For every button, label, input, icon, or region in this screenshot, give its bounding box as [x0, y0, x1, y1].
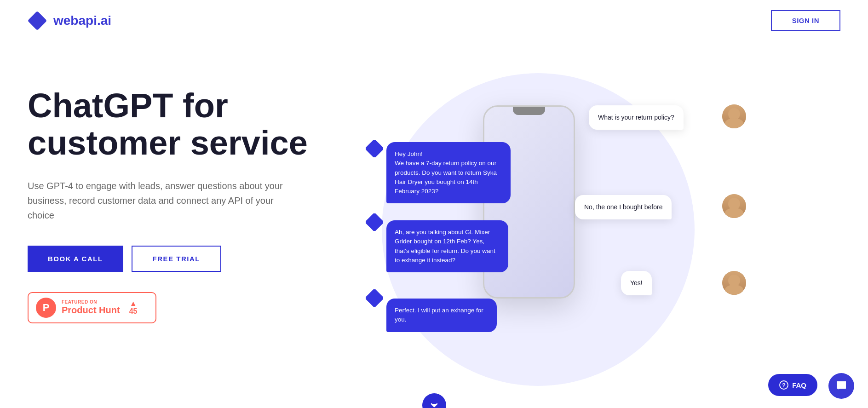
ph-featured-on: FEATURED ON	[62, 299, 120, 305]
diamond-icon-2	[366, 213, 383, 231]
faq-label: FAQ	[792, 381, 806, 389]
buttons-row: BOOK A CALL FREE TRIAL	[28, 246, 350, 272]
svg-text:?: ?	[782, 382, 786, 389]
chevron-down-icon	[429, 400, 439, 408]
chat-bubble-user-2: No, the one I bought before	[575, 195, 672, 219]
chat-bubble-user-3: Yes!	[621, 271, 652, 295]
user-avatar-3	[722, 271, 746, 295]
svg-rect-1	[366, 140, 383, 157]
svg-rect-0	[28, 11, 47, 30]
chat-widget-button[interactable]	[828, 373, 854, 399]
chat-widget-icon	[835, 379, 848, 392]
left-side: ChatGPT for customer service Use GPT-4 t…	[28, 69, 350, 323]
diamond-icon-3	[366, 289, 383, 307]
ph-upvote-arrow: ▲	[130, 300, 137, 307]
user-avatar-1	[722, 104, 746, 128]
product-hunt-badge[interactable]: P FEATURED ON Product Hunt ▲ 45	[28, 292, 156, 323]
svg-rect-3	[366, 289, 383, 307]
user-avatar-2	[722, 194, 746, 218]
chat-bubble-bot-1: Hey John!We have a 7-day return policy o…	[386, 142, 511, 203]
question-icon: ?	[779, 380, 788, 390]
hero-subtitle: Use GPT-4 to engage with leads, answer q…	[28, 178, 290, 223]
logo-area: webapi.ai	[28, 11, 111, 30]
chat-bubble-bot-3: Perfect. I will put an exhange for you.	[386, 299, 497, 332]
ph-product-hunt-name: Product Hunt	[62, 305, 120, 316]
phone-notch	[513, 107, 545, 115]
right-side: What is your return policy? Hey John!We …	[336, 69, 840, 408]
product-hunt-text: FEATURED ON Product Hunt	[62, 299, 120, 316]
hero-title: ChatGPT for customer service	[28, 87, 350, 162]
chat-bubble-bot-2: Ah, are you talking about GL Mixer Gride…	[386, 220, 508, 272]
main-content: ChatGPT for customer service Use GPT-4 t…	[0, 41, 868, 408]
diamond-icon-1	[366, 140, 383, 157]
book-call-button[interactable]: BOOK A CALL	[28, 246, 123, 272]
ph-vote-count: 45	[129, 307, 138, 316]
header: webapi.ai SIGN IN	[0, 0, 868, 41]
svg-rect-2	[366, 213, 383, 231]
sign-in-button[interactable]: SIGN IN	[771, 10, 840, 31]
faq-button[interactable]: ? FAQ	[768, 374, 817, 396]
ph-votes: ▲ 45	[129, 300, 138, 316]
chat-bubble-user-1: What is your return policy?	[589, 105, 684, 130]
free-trial-button[interactable]: FREE TRIAL	[132, 246, 221, 272]
logo-text: webapi.ai	[53, 13, 111, 28]
product-hunt-icon: P	[36, 298, 56, 318]
logo-diamond-icon	[28, 11, 47, 30]
